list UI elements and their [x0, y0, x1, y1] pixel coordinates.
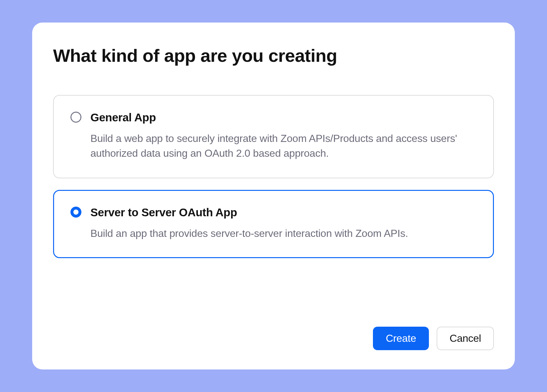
cancel-button[interactable]: Cancel	[437, 327, 494, 350]
app-type-dialog: What kind of app are you creating Genera…	[32, 23, 515, 369]
option-description: Build an app that provides server-to-ser…	[90, 226, 474, 241]
dialog-title: What kind of app are you creating	[53, 45, 494, 66]
option-description: Build a web app to securely integrate wi…	[90, 131, 474, 161]
option-general-app[interactable]: General App Build a web app to securely …	[53, 95, 494, 178]
option-content: General App Build a web app to securely …	[90, 111, 474, 161]
radio-icon	[70, 112, 81, 123]
button-row: Create Cancel	[53, 327, 494, 350]
option-server-to-server-oauth[interactable]: Server to Server OAuth App Build an app …	[53, 190, 494, 258]
radio-icon	[70, 207, 81, 218]
option-content: Server to Server OAuth App Build an app …	[90, 206, 474, 241]
option-title: Server to Server OAuth App	[90, 206, 474, 219]
option-title: General App	[90, 111, 474, 124]
create-button[interactable]: Create	[373, 327, 429, 350]
options-container: General App Build a web app to securely …	[53, 95, 494, 307]
